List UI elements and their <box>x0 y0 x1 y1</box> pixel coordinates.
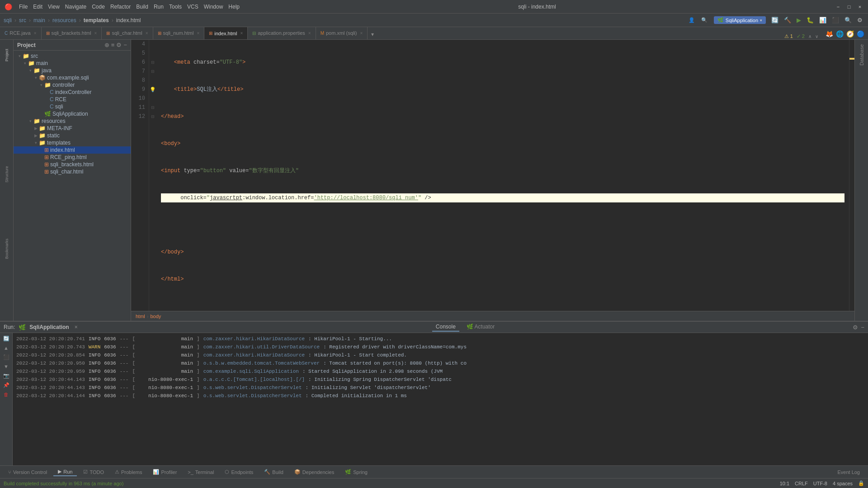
fold-btn-11[interactable]: ⊟ <box>149 103 156 112</box>
btab-run[interactable]: ▶ Run <box>53 468 77 476</box>
menu-file[interactable]: File <box>19 4 28 10</box>
tree-item-rce-ping[interactable]: ⊞ RCE_ping.html <box>14 154 131 161</box>
scroll-down-button[interactable]: ∨ <box>815 34 818 39</box>
indent-setting[interactable]: 4 spaces <box>833 481 853 486</box>
btab-dependencies[interactable]: 📦 Dependencies <box>290 468 339 476</box>
project-view-icon[interactable]: Project <box>1 42 12 69</box>
maximize-button[interactable]: □ <box>845 3 853 10</box>
screenshot-icon[interactable]: 📷 <box>2 372 10 380</box>
chrome-icon[interactable]: 🌐 <box>836 30 844 38</box>
menu-navigate[interactable]: Navigate <box>65 4 86 10</box>
code-editor[interactable]: <meta charset="UTF-8"> <title>SQL注入</tit… <box>156 40 849 311</box>
vcs-icon[interactable]: 👤 <box>689 17 695 23</box>
debug-button[interactable]: 🐛 <box>805 16 816 24</box>
tree-item-resources[interactable]: ▾ 📁 resources <box>14 117 131 125</box>
tab-sqli-brackets[interactable]: ⊞ sqli_brackets.html × <box>42 27 102 39</box>
cursor-position[interactable]: 10:1 <box>780 481 789 486</box>
minimize-bottom-icon[interactable]: − <box>861 324 864 331</box>
menu-vcs[interactable]: VCS <box>187 4 198 10</box>
search-everywhere-icon[interactable]: 🔍 <box>701 17 708 23</box>
btab-event-log[interactable]: Event Log <box>833 469 864 476</box>
menu-window[interactable]: Window <box>204 4 223 10</box>
menu-tools[interactable]: Tools <box>169 4 182 10</box>
scroll-up-log[interactable]: ▲ <box>3 344 9 352</box>
breadcrumb-html[interactable]: html <box>136 314 145 319</box>
tab-close-index[interactable]: × <box>240 31 243 36</box>
btab-build[interactable]: 🔨 Build <box>259 468 288 476</box>
stop-run-icon[interactable]: ⬛ <box>2 353 10 361</box>
tree-item-com-example-sqli[interactable]: ▾ 📦 com.example.sqli <box>14 74 131 81</box>
file-encoding[interactable]: UTF-8 <box>813 481 827 486</box>
bottom-panel-actions[interactable]: ⚙ − <box>853 324 864 331</box>
tree-item-sqliapplication[interactable]: 🌿 SqliApplication <box>14 110 131 117</box>
btab-version-control[interactable]: ⑂ Version Control <box>4 469 52 476</box>
breadcrumb-body[interactable]: body <box>150 314 161 319</box>
tree-item-sqli-char-file[interactable]: ⊞ sqli_char.html <box>14 168 131 175</box>
menu-refactor[interactable]: Refactor <box>110 4 131 10</box>
fold-btn-6[interactable]: ⊟ <box>149 58 156 67</box>
check-indicator[interactable]: ✓ 2 <box>797 33 805 39</box>
tree-item-indexcontroller[interactable]: C indexController <box>14 89 131 96</box>
tab-actuator[interactable]: 🌿 Actuator <box>463 323 498 332</box>
tab-pom-xml[interactable]: M pom.xml (sqli) × <box>316 27 368 39</box>
btab-endpoints[interactable]: ⬡ Endpoints <box>220 468 258 476</box>
tab-close-char[interactable]: × <box>146 31 148 36</box>
nav-templates[interactable]: templates <box>84 17 109 23</box>
coverage-button[interactable]: 📊 <box>817 16 828 24</box>
tree-item-src[interactable]: ▾ 📁 src <box>14 52 131 60</box>
tab-application-properties[interactable]: ⊟ application.properties × <box>248 27 316 39</box>
tab-console[interactable]: Console <box>432 323 459 332</box>
menu-code[interactable]: Code <box>92 4 105 10</box>
tree-item-controller[interactable]: ▾ 📁 controller <box>14 81 131 89</box>
tab-close-num[interactable]: × <box>197 31 199 36</box>
settings-button[interactable]: ⚙ <box>855 16 864 24</box>
safari-icon[interactable]: 🧭 <box>846 30 854 38</box>
tab-index-html[interactable]: ⊞ index.html × <box>204 27 248 39</box>
project-header-icons[interactable]: ⊕ ≡ ⚙ − <box>104 42 127 48</box>
firefox-icon[interactable]: 🦊 <box>826 30 833 38</box>
build-button[interactable]: 🔨 <box>782 16 793 24</box>
structure-icon[interactable]: Structure <box>1 161 12 188</box>
tree-item-rce[interactable]: C RCE <box>14 96 131 103</box>
menu-bar[interactable]: File Edit View Navigate Code Refactor Bu… <box>19 4 240 10</box>
tree-item-templates[interactable]: ▾ 📁 templates <box>14 139 131 146</box>
tab-sqli-num[interactable]: ⊞ sqli_num.html × <box>153 27 205 39</box>
search-button[interactable]: 🔍 <box>843 16 854 24</box>
tab-rce-java[interactable]: C RCE.java × <box>0 27 42 39</box>
nav-resources[interactable]: resources <box>52 17 76 23</box>
tab-overflow-button[interactable]: ▾ <box>368 29 377 39</box>
btab-todo[interactable]: ☑ TODO <box>79 468 108 476</box>
tree-item-meta-inf[interactable]: ▶ 📁 META-INF <box>14 125 131 132</box>
settings-bottom-icon[interactable]: ⚙ <box>853 324 858 331</box>
scroll-down-log[interactable]: ▼ <box>3 363 9 370</box>
line-ending[interactable]: CRLF <box>795 481 808 486</box>
menu-help[interactable]: Help <box>228 4 240 10</box>
fold-btn-7[interactable]: ⊟ <box>149 67 156 76</box>
nav-main[interactable]: main <box>33 17 45 23</box>
btab-spring[interactable]: 🌿 Spring <box>340 468 372 476</box>
tree-item-index-html[interactable]: ⊞ index.html <box>14 146 131 154</box>
pin-icon[interactable]: 📌 <box>2 381 10 389</box>
menu-build[interactable]: Build <box>136 4 148 10</box>
scroll-up-button[interactable]: ∧ <box>808 34 811 39</box>
run-button[interactable]: ▶ <box>795 16 803 24</box>
edge-icon[interactable]: 🔵 <box>857 30 864 38</box>
restart-icon[interactable]: 🔄 <box>2 335 10 343</box>
warning-indicator[interactable]: ⚠ 1 <box>784 33 793 39</box>
database-label[interactable]: Database <box>859 44 864 66</box>
tree-item-sqli-brackets-file[interactable]: ⊞ sqli_brackets.html <box>14 161 131 168</box>
tab-close-rce[interactable]: × <box>34 31 37 36</box>
tree-item-java[interactable]: ▾ 📁 java <box>14 67 131 74</box>
close-run-tab[interactable]: × <box>75 324 78 330</box>
tab-sqli-char[interactable]: ⊞ sqli_char.html × <box>102 27 153 39</box>
collapse-all-icon[interactable]: ≡ <box>111 42 115 48</box>
menu-view[interactable]: View <box>48 4 60 10</box>
tree-item-main[interactable]: ▾ 📁 main <box>14 60 131 67</box>
tree-item-static[interactable]: ▶ 📁 static <box>14 132 131 139</box>
stop-button[interactable]: ⬛ <box>830 16 841 24</box>
close-button[interactable]: × <box>856 3 863 10</box>
nav-indexhtml[interactable]: index.html <box>116 17 141 23</box>
delete-icon[interactable]: 🗑 <box>3 391 9 398</box>
fold-btn-12[interactable]: ⊟ <box>149 112 156 121</box>
tab-close-properties[interactable]: × <box>308 31 311 36</box>
